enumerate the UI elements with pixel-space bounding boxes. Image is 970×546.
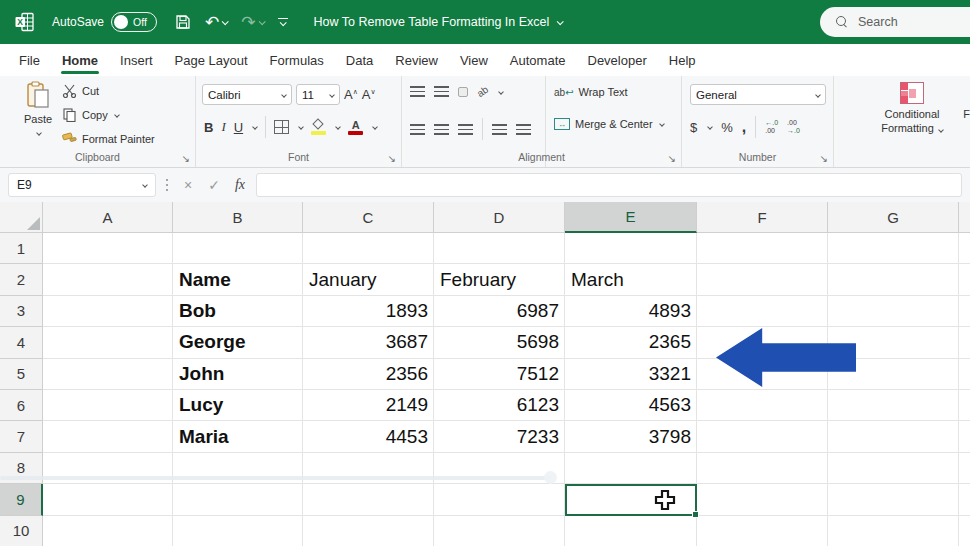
cell-F10[interactable] <box>697 516 828 546</box>
cell-G3[interactable] <box>828 296 959 327</box>
cell-A6[interactable] <box>43 390 173 421</box>
top-align-button[interactable] <box>410 86 425 97</box>
borders-dropdown-icon[interactable] <box>298 124 304 130</box>
increase-font-size-button[interactable]: A∧ <box>344 87 358 102</box>
underline-button[interactable]: U <box>234 120 243 135</box>
cell-F6[interactable] <box>697 390 828 421</box>
cell-G10[interactable] <box>828 516 959 546</box>
cell-D4[interactable]: 5698 <box>434 327 565 358</box>
cell-B5[interactable]: John <box>173 359 303 390</box>
format-as-table-button[interactable]: Format as Table <box>952 82 970 136</box>
cell-E4[interactable]: 2365 <box>565 327 697 358</box>
name-box[interactable]: E9 <box>8 173 156 197</box>
font-name-select[interactable]: Calibri <box>202 84 292 105</box>
cell-A1[interactable] <box>43 233 173 264</box>
cell-C1[interactable] <box>303 233 434 264</box>
italic-button[interactable]: I <box>221 119 225 135</box>
tab-automate[interactable]: Automate <box>499 44 577 76</box>
cell-A10[interactable] <box>43 516 173 546</box>
redo-dropdown-icon[interactable] <box>258 18 265 25</box>
cell-B6[interactable]: Lucy <box>173 390 303 421</box>
cell-F9[interactable] <box>697 484 828 515</box>
row-header-4[interactable]: 4 <box>0 327 43 358</box>
orientation-button[interactable]: ab <box>475 84 490 99</box>
currency-dropdown-icon[interactable] <box>707 124 713 130</box>
customize-toolbar-button[interactable] <box>278 18 288 26</box>
copy-button[interactable]: Copy <box>62 108 119 122</box>
row-header-2[interactable]: 2 <box>0 264 43 295</box>
col-header-G[interactable]: G <box>828 202 959 233</box>
autosave-toggle[interactable]: Off <box>111 12 157 32</box>
align-center-button[interactable] <box>434 124 449 135</box>
cell-F8[interactable] <box>697 453 828 484</box>
cell-B1[interactable] <box>173 233 303 264</box>
row-header-10[interactable]: 10 <box>0 516 43 546</box>
cell-F7[interactable] <box>697 421 828 452</box>
merge-center-button[interactable]: ↔ Merge & Center <box>554 118 664 130</box>
tab-developer[interactable]: Developer <box>577 44 658 76</box>
font-color-button[interactable]: A <box>348 119 363 135</box>
decrease-decimal-button[interactable]: .00 →.0 <box>787 119 800 134</box>
cell-A2[interactable] <box>43 264 173 295</box>
cell-E5[interactable]: 3321 <box>565 359 697 390</box>
cell-D5[interactable]: 7512 <box>434 359 565 390</box>
middle-align-button[interactable] <box>434 86 449 97</box>
row-header-5[interactable]: 5 <box>0 359 43 390</box>
col-header-D[interactable]: D <box>434 202 565 233</box>
cell-D1[interactable] <box>434 233 565 264</box>
col-header-C[interactable]: C <box>303 202 434 233</box>
col-header-A[interactable]: A <box>43 202 173 233</box>
save-icon[interactable] <box>175 14 191 30</box>
increase-indent-button[interactable] <box>516 124 531 135</box>
wrap-text-button[interactable]: ab↩ Wrap Text <box>554 86 628 98</box>
cell-A9[interactable] <box>43 484 173 515</box>
orientation-dropdown-icon[interactable] <box>498 89 504 95</box>
cell-B4[interactable]: George <box>173 327 303 358</box>
col-header-F[interactable]: F <box>697 202 828 233</box>
enter-button[interactable]: ✓ <box>204 177 224 193</box>
align-left-button[interactable] <box>410 124 425 135</box>
format-painter-button[interactable]: Format Painter <box>62 132 155 146</box>
copy-dropdown-icon[interactable] <box>114 112 120 118</box>
cell-E2[interactable]: March <box>565 264 697 295</box>
cell-E1[interactable] <box>565 233 697 264</box>
cell-E8[interactable] <box>565 453 697 484</box>
row-header-6[interactable]: 6 <box>0 390 43 421</box>
paste-button[interactable]: Paste <box>16 81 60 137</box>
cell-C2[interactable]: January <box>303 264 434 295</box>
cell-A4[interactable] <box>43 327 173 358</box>
cell-A5[interactable] <box>43 359 173 390</box>
align-right-button[interactable] <box>458 124 473 135</box>
paste-dropdown-icon[interactable] <box>36 130 42 136</box>
bold-button[interactable]: B <box>204 120 213 135</box>
cell-B10[interactable] <box>173 516 303 546</box>
cell-A7[interactable] <box>43 421 173 452</box>
cell-D7[interactable]: 7233 <box>434 421 565 452</box>
document-title-button[interactable]: How To Remove Table Formatting In Excel <box>314 15 563 29</box>
cell-C6[interactable]: 2149 <box>303 390 434 421</box>
comma-style-button[interactable]: , <box>742 118 746 136</box>
cell-D9[interactable] <box>434 484 565 515</box>
row-header-3[interactable]: 3 <box>0 296 43 327</box>
decrease-font-size-button[interactable]: A∨ <box>362 87 376 102</box>
cell-B3[interactable]: Bob <box>173 296 303 327</box>
cell-D2[interactable]: February <box>434 264 565 295</box>
tab-insert[interactable]: Insert <box>109 44 164 76</box>
fill-handle[interactable] <box>692 511 699 518</box>
underline-dropdown-icon[interactable] <box>252 124 258 130</box>
cell-D10[interactable] <box>434 516 565 546</box>
tab-view[interactable]: View <box>449 44 499 76</box>
fill-color-dropdown-icon[interactable] <box>335 124 341 130</box>
cell-B2[interactable]: Name <box>173 264 303 295</box>
font-color-dropdown-icon[interactable] <box>372 124 378 130</box>
tab-home[interactable]: Home <box>51 44 109 76</box>
cut-button[interactable]: Cut <box>62 84 99 98</box>
cell-G1[interactable] <box>828 233 959 264</box>
select-all-corner[interactable] <box>0 202 43 233</box>
undo-dropdown-icon[interactable] <box>222 18 229 25</box>
font-dialog-launcher[interactable]: ↘ <box>388 154 396 164</box>
cell-D6[interactable]: 6123 <box>434 390 565 421</box>
currency-button[interactable]: $ <box>690 120 697 135</box>
cell-G6[interactable] <box>828 390 959 421</box>
cell-C5[interactable]: 2356 <box>303 359 434 390</box>
